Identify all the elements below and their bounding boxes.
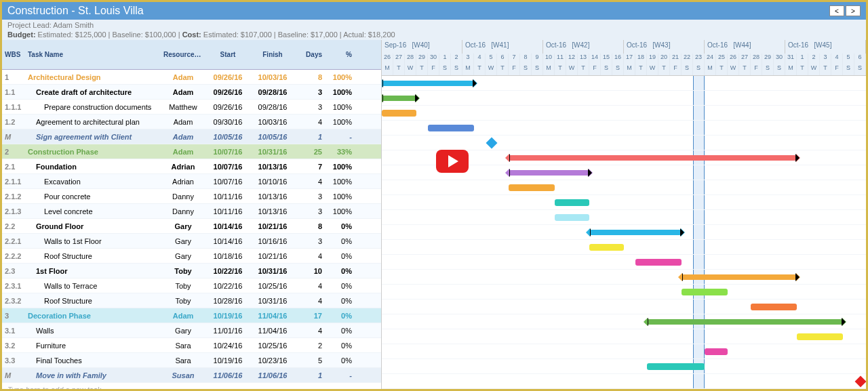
table-row[interactable]: 1.1Create draft of architectureAdam09/26… [2,85,381,100]
prev-button[interactable]: < [829,5,844,16]
table-row[interactable]: 2Construction PhaseAdam10/07/1610/31/162… [2,144,381,159]
col-resource[interactable]: Resource Names [161,51,205,58]
cell-finish[interactable]: 10/16/16 [250,237,295,245]
cell-finish[interactable]: 11/04/16 [250,312,295,320]
cell-task[interactable]: Final Touches [25,356,161,365]
cell-task[interactable]: Agreement to architectural plan [25,118,161,126]
table-row[interactable]: 2.2Ground FloorGary10/14/1610/21/1680% [2,219,381,234]
table-row[interactable]: 2.1FoundationAdrian10/07/1610/13/167100% [2,159,381,174]
cell-task[interactable]: Architectural Design [25,73,161,81]
table-row[interactable]: MSign agreement with ClientAdam10/05/161… [2,129,381,144]
cell-finish[interactable]: 10/03/16 [250,118,295,126]
cell-task[interactable]: Level concrete [25,207,161,215]
col-task[interactable]: Task Name [25,51,161,58]
cell-finish[interactable]: 10/13/16 [250,192,295,201]
cell-task[interactable]: Roof Structure [25,252,161,260]
cell-finish[interactable]: 10/13/16 [250,207,295,215]
task-bar[interactable] [751,304,797,310]
cell-finish[interactable]: 10/21/16 [250,252,295,260]
task-bar[interactable] [705,348,728,355]
cell-days[interactable]: 4 [295,118,325,126]
table-row[interactable]: 3Decoration PhaseAdam10/19/1611/04/16170… [2,308,381,323]
cell-resource[interactable]: Adrian [161,163,205,171]
cell-finish[interactable]: 10/03/16 [250,73,295,81]
table-row[interactable]: 2.1.1ExcavationAdrian10/07/1610/10/16410… [2,174,381,189]
task-bar[interactable] [797,333,843,340]
col-days[interactable]: Days [295,51,325,58]
cell-finish[interactable]: 10/31/16 [250,148,295,156]
cell-days[interactable]: 4 [295,178,325,186]
cell-task[interactable]: Construction Phase [25,148,161,156]
cell-days[interactable]: 1 [295,371,325,379]
cell-start[interactable]: 10/19/16 [205,356,250,365]
cell-pct[interactable]: 0% [325,356,355,365]
cell-pct[interactable]: 0% [325,312,355,320]
cell-start[interactable]: 09/30/16 [205,118,250,126]
cell-start[interactable]: 09/26/16 [205,73,250,81]
summary-bar[interactable] [509,155,797,161]
cell-resource[interactable]: Adam [161,88,205,96]
cell-start[interactable]: 10/11/16 [205,192,250,201]
cell-task[interactable]: Walls to Terrace [25,282,161,290]
cell-days[interactable]: 3 [295,237,325,245]
cell-days[interactable]: 25 [295,148,325,156]
cell-start[interactable]: 11/06/16 [205,371,250,379]
cell-pct[interactable]: 100% [325,88,355,96]
cell-days[interactable]: 8 [295,73,325,81]
cell-start[interactable]: 10/07/16 [205,163,250,171]
cell-task[interactable]: Furniture [25,342,161,350]
cell-days[interactable]: 3 [295,192,325,201]
task-bar[interactable] [428,125,474,131]
cell-resource[interactable]: Toby [161,297,205,305]
task-bar[interactable] [509,184,555,191]
task-bar[interactable] [682,289,728,295]
cell-pct[interactable]: 100% [325,178,355,186]
summary-bar[interactable] [509,170,589,176]
cell-finish[interactable]: 10/25/16 [250,282,295,290]
cell-resource[interactable]: Adrian [161,178,205,186]
cell-resource[interactable]: Danny [161,192,205,201]
cell-days[interactable]: 17 [295,312,325,320]
cell-start[interactable]: 10/19/16 [205,312,250,320]
cell-task[interactable]: Sign agreement with Client [25,133,161,141]
cell-resource[interactable]: Susan [161,371,205,379]
task-bar[interactable] [589,244,624,251]
cell-start[interactable]: 10/28/16 [205,297,250,305]
cell-resource[interactable]: Gary [161,252,205,260]
task-bar[interactable] [382,110,416,117]
cell-days[interactable]: 4 [295,327,325,335]
table-row[interactable]: 2.2.1Walls to 1st FloorGary10/14/1610/16… [2,234,381,249]
cell-days[interactable]: 3 [295,207,325,215]
cell-start[interactable]: 10/14/16 [205,237,250,245]
table-row[interactable]: 2.1.3Level concreteDanny10/11/1610/13/16… [2,204,381,219]
cell-days[interactable]: 4 [295,297,325,305]
cell-task[interactable]: Foundation [25,163,161,171]
col-start[interactable]: Start [205,51,250,58]
cell-resource[interactable]: Adam [161,118,205,126]
table-row[interactable]: 3.1WallsGary11/01/1611/04/1640% [2,323,381,338]
cell-days[interactable]: 4 [295,282,325,290]
cell-task[interactable]: Excavation [25,178,161,186]
cell-start[interactable]: 11/01/16 [205,327,250,335]
cell-pct[interactable]: 33% [325,148,355,156]
cell-pct[interactable]: 0% [325,327,355,335]
cell-finish[interactable]: 10/31/16 [250,297,295,305]
cell-finish[interactable]: 09/28/16 [250,88,295,96]
cell-start[interactable]: 10/24/16 [205,342,250,350]
cell-task[interactable]: Roof Structure [25,297,161,305]
col-pct[interactable]: % [325,51,355,58]
cell-resource[interactable]: Adam [161,133,205,141]
col-wbs[interactable]: WBS [2,51,25,58]
cell-task[interactable]: Walls [25,327,161,335]
next-button[interactable]: > [846,5,861,16]
cell-task[interactable]: Decoration Phase [25,312,161,320]
milestone-marker[interactable] [855,376,866,388]
cell-finish[interactable]: 10/10/16 [250,178,295,186]
cell-start[interactable]: 10/11/16 [205,207,250,215]
table-row[interactable]: 2.2.2Roof StructureGary10/18/1610/21/164… [2,249,381,264]
cell-start[interactable]: 10/22/16 [205,267,250,275]
cell-finish[interactable]: 10/05/16 [250,133,295,141]
milestone-marker[interactable] [486,138,498,149]
cell-resource[interactable]: Toby [161,267,205,275]
cell-pct[interactable]: 100% [325,118,355,126]
